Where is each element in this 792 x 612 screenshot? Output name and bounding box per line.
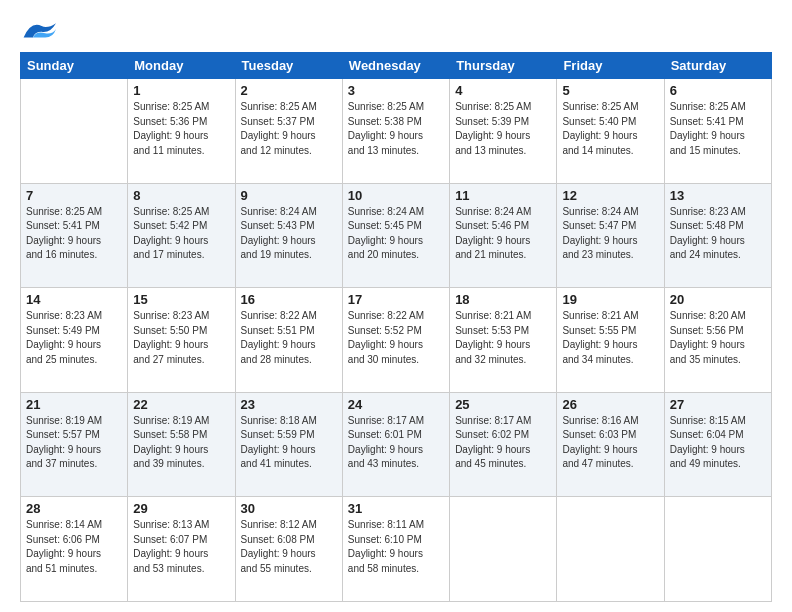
- day-number: 5: [562, 83, 658, 98]
- day-number: 9: [241, 188, 337, 203]
- day-number: 25: [455, 397, 551, 412]
- logo: [20, 16, 58, 44]
- day-number: 27: [670, 397, 766, 412]
- calendar-cell: 4Sunrise: 8:25 AM Sunset: 5:39 PM Daylig…: [450, 79, 557, 184]
- calendar-cell: 29Sunrise: 8:13 AM Sunset: 6:07 PM Dayli…: [128, 497, 235, 602]
- calendar-cell: 17Sunrise: 8:22 AM Sunset: 5:52 PM Dayli…: [342, 288, 449, 393]
- calendar-cell: 28Sunrise: 8:14 AM Sunset: 6:06 PM Dayli…: [21, 497, 128, 602]
- day-info: Sunrise: 8:23 AM Sunset: 5:50 PM Dayligh…: [133, 309, 229, 367]
- calendar-cell: 31Sunrise: 8:11 AM Sunset: 6:10 PM Dayli…: [342, 497, 449, 602]
- day-number: 24: [348, 397, 444, 412]
- day-number: 11: [455, 188, 551, 203]
- calendar-cell: 7Sunrise: 8:25 AM Sunset: 5:41 PM Daylig…: [21, 183, 128, 288]
- day-info: Sunrise: 8:19 AM Sunset: 5:57 PM Dayligh…: [26, 414, 122, 472]
- day-number: 30: [241, 501, 337, 516]
- day-number: 2: [241, 83, 337, 98]
- day-info: Sunrise: 8:11 AM Sunset: 6:10 PM Dayligh…: [348, 518, 444, 576]
- day-info: Sunrise: 8:25 AM Sunset: 5:41 PM Dayligh…: [26, 205, 122, 263]
- calendar-cell: 19Sunrise: 8:21 AM Sunset: 5:55 PM Dayli…: [557, 288, 664, 393]
- day-info: Sunrise: 8:25 AM Sunset: 5:40 PM Dayligh…: [562, 100, 658, 158]
- day-number: 4: [455, 83, 551, 98]
- day-info: Sunrise: 8:24 AM Sunset: 5:45 PM Dayligh…: [348, 205, 444, 263]
- calendar-cell: 26Sunrise: 8:16 AM Sunset: 6:03 PM Dayli…: [557, 392, 664, 497]
- day-info: Sunrise: 8:24 AM Sunset: 5:47 PM Dayligh…: [562, 205, 658, 263]
- day-info: Sunrise: 8:21 AM Sunset: 5:53 PM Dayligh…: [455, 309, 551, 367]
- weekday-header-wednesday: Wednesday: [342, 53, 449, 79]
- calendar-week-row: 21Sunrise: 8:19 AM Sunset: 5:57 PM Dayli…: [21, 392, 772, 497]
- day-number: 19: [562, 292, 658, 307]
- day-info: Sunrise: 8:17 AM Sunset: 6:01 PM Dayligh…: [348, 414, 444, 472]
- calendar-week-row: 1Sunrise: 8:25 AM Sunset: 5:36 PM Daylig…: [21, 79, 772, 184]
- calendar-cell: 10Sunrise: 8:24 AM Sunset: 5:45 PM Dayli…: [342, 183, 449, 288]
- day-number: 1: [133, 83, 229, 98]
- weekday-header-saturday: Saturday: [664, 53, 771, 79]
- weekday-header-friday: Friday: [557, 53, 664, 79]
- day-info: Sunrise: 8:14 AM Sunset: 6:06 PM Dayligh…: [26, 518, 122, 576]
- day-number: 3: [348, 83, 444, 98]
- day-info: Sunrise: 8:25 AM Sunset: 5:41 PM Dayligh…: [670, 100, 766, 158]
- calendar-cell: [664, 497, 771, 602]
- day-info: Sunrise: 8:22 AM Sunset: 5:52 PM Dayligh…: [348, 309, 444, 367]
- calendar-cell: 25Sunrise: 8:17 AM Sunset: 6:02 PM Dayli…: [450, 392, 557, 497]
- calendar-cell: 20Sunrise: 8:20 AM Sunset: 5:56 PM Dayli…: [664, 288, 771, 393]
- day-info: Sunrise: 8:19 AM Sunset: 5:58 PM Dayligh…: [133, 414, 229, 472]
- calendar-header-row: SundayMondayTuesdayWednesdayThursdayFrid…: [21, 53, 772, 79]
- day-number: 28: [26, 501, 122, 516]
- day-number: 21: [26, 397, 122, 412]
- calendar-cell: 24Sunrise: 8:17 AM Sunset: 6:01 PM Dayli…: [342, 392, 449, 497]
- calendar-cell: [21, 79, 128, 184]
- day-number: 23: [241, 397, 337, 412]
- day-number: 16: [241, 292, 337, 307]
- calendar-cell: 23Sunrise: 8:18 AM Sunset: 5:59 PM Dayli…: [235, 392, 342, 497]
- day-info: Sunrise: 8:12 AM Sunset: 6:08 PM Dayligh…: [241, 518, 337, 576]
- page: SundayMondayTuesdayWednesdayThursdayFrid…: [0, 0, 792, 612]
- day-number: 13: [670, 188, 766, 203]
- calendar-cell: 12Sunrise: 8:24 AM Sunset: 5:47 PM Dayli…: [557, 183, 664, 288]
- day-number: 15: [133, 292, 229, 307]
- day-number: 6: [670, 83, 766, 98]
- calendar-cell: 18Sunrise: 8:21 AM Sunset: 5:53 PM Dayli…: [450, 288, 557, 393]
- day-number: 18: [455, 292, 551, 307]
- day-number: 22: [133, 397, 229, 412]
- weekday-header-monday: Monday: [128, 53, 235, 79]
- day-info: Sunrise: 8:21 AM Sunset: 5:55 PM Dayligh…: [562, 309, 658, 367]
- day-info: Sunrise: 8:23 AM Sunset: 5:49 PM Dayligh…: [26, 309, 122, 367]
- weekday-header-thursday: Thursday: [450, 53, 557, 79]
- header: [20, 16, 772, 44]
- calendar-cell: 1Sunrise: 8:25 AM Sunset: 5:36 PM Daylig…: [128, 79, 235, 184]
- day-info: Sunrise: 8:25 AM Sunset: 5:37 PM Dayligh…: [241, 100, 337, 158]
- calendar-cell: 22Sunrise: 8:19 AM Sunset: 5:58 PM Dayli…: [128, 392, 235, 497]
- day-info: Sunrise: 8:23 AM Sunset: 5:48 PM Dayligh…: [670, 205, 766, 263]
- day-info: Sunrise: 8:17 AM Sunset: 6:02 PM Dayligh…: [455, 414, 551, 472]
- day-info: Sunrise: 8:25 AM Sunset: 5:36 PM Dayligh…: [133, 100, 229, 158]
- calendar-cell: 8Sunrise: 8:25 AM Sunset: 5:42 PM Daylig…: [128, 183, 235, 288]
- calendar-week-row: 7Sunrise: 8:25 AM Sunset: 5:41 PM Daylig…: [21, 183, 772, 288]
- day-info: Sunrise: 8:18 AM Sunset: 5:59 PM Dayligh…: [241, 414, 337, 472]
- day-info: Sunrise: 8:25 AM Sunset: 5:42 PM Dayligh…: [133, 205, 229, 263]
- day-number: 14: [26, 292, 122, 307]
- day-number: 31: [348, 501, 444, 516]
- calendar-cell: 6Sunrise: 8:25 AM Sunset: 5:41 PM Daylig…: [664, 79, 771, 184]
- calendar-cell: 30Sunrise: 8:12 AM Sunset: 6:08 PM Dayli…: [235, 497, 342, 602]
- day-number: 8: [133, 188, 229, 203]
- calendar-table: SundayMondayTuesdayWednesdayThursdayFrid…: [20, 52, 772, 602]
- calendar-cell: 15Sunrise: 8:23 AM Sunset: 5:50 PM Dayli…: [128, 288, 235, 393]
- weekday-header-sunday: Sunday: [21, 53, 128, 79]
- day-info: Sunrise: 8:24 AM Sunset: 5:43 PM Dayligh…: [241, 205, 337, 263]
- day-info: Sunrise: 8:13 AM Sunset: 6:07 PM Dayligh…: [133, 518, 229, 576]
- day-info: Sunrise: 8:22 AM Sunset: 5:51 PM Dayligh…: [241, 309, 337, 367]
- day-info: Sunrise: 8:20 AM Sunset: 5:56 PM Dayligh…: [670, 309, 766, 367]
- calendar-cell: 27Sunrise: 8:15 AM Sunset: 6:04 PM Dayli…: [664, 392, 771, 497]
- calendar-cell: [557, 497, 664, 602]
- calendar-cell: 21Sunrise: 8:19 AM Sunset: 5:57 PM Dayli…: [21, 392, 128, 497]
- calendar-cell: 13Sunrise: 8:23 AM Sunset: 5:48 PM Dayli…: [664, 183, 771, 288]
- logo-bird-icon: [20, 16, 56, 44]
- day-number: 26: [562, 397, 658, 412]
- day-number: 12: [562, 188, 658, 203]
- calendar-cell: [450, 497, 557, 602]
- day-info: Sunrise: 8:16 AM Sunset: 6:03 PM Dayligh…: [562, 414, 658, 472]
- day-info: Sunrise: 8:24 AM Sunset: 5:46 PM Dayligh…: [455, 205, 551, 263]
- day-info: Sunrise: 8:25 AM Sunset: 5:38 PM Dayligh…: [348, 100, 444, 158]
- weekday-header-tuesday: Tuesday: [235, 53, 342, 79]
- calendar-cell: 11Sunrise: 8:24 AM Sunset: 5:46 PM Dayli…: [450, 183, 557, 288]
